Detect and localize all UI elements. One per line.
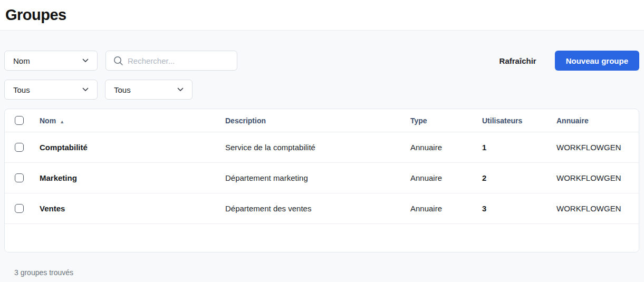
table-empty-footer [5, 224, 639, 252]
header-checkbox-cell [5, 116, 40, 125]
group-directory: WORKFLOWGEN [556, 204, 639, 213]
row-checkbox-cell [5, 143, 40, 152]
toolbar-row-1: Nom Rafraîchir Nouveau groupe [4, 51, 639, 71]
group-type: Annuaire [410, 173, 482, 182]
table-row[interactable]: Comptabilité Service de la comptabilité … [5, 132, 639, 163]
column-header-nom[interactable]: Nom▲ [40, 116, 225, 125]
group-users-count: 2 [482, 173, 556, 182]
main-content: Nom Rafraîchir Nouveau groupe Tous Tous … [0, 31, 644, 282]
new-group-button[interactable]: Nouveau groupe [555, 51, 639, 71]
group-name[interactable]: Comptabilité [40, 143, 225, 152]
directory-filter-select[interactable]: Tous [105, 80, 193, 100]
directory-filter-value: Tous [114, 85, 131, 94]
group-type: Annuaire [410, 143, 482, 152]
page-header: Groupes [0, 0, 644, 31]
group-description: Département des ventes [225, 204, 410, 213]
row-checkbox-cell [5, 204, 40, 213]
table-row[interactable]: Marketing Département marketing Annuaire… [5, 163, 639, 193]
column-header-type[interactable]: Type [410, 116, 482, 125]
type-filter-value: Tous [13, 85, 30, 94]
toolbar-row-2: Tous Tous [4, 80, 639, 100]
column-header-utilisateurs[interactable]: Utilisateurs [482, 116, 556, 125]
table-header-row: Nom▲ Description Type Utilisateurs Annua… [5, 109, 639, 132]
group-users-count: 1 [482, 143, 556, 152]
group-type: Annuaire [410, 204, 482, 213]
column-header-nom-label: Nom [40, 116, 56, 125]
group-description: Département marketing [225, 173, 410, 182]
chevron-down-icon [82, 59, 89, 63]
row-checkbox[interactable] [15, 173, 24, 182]
row-checkbox[interactable] [15, 204, 24, 213]
group-directory: WORKFLOWGEN [556, 173, 639, 182]
refresh-button[interactable]: Rafraîchir [497, 52, 539, 70]
type-filter-select[interactable]: Tous [4, 80, 98, 100]
table-row[interactable]: Ventes Département des ventes Annuaire 3… [5, 193, 639, 224]
select-all-checkbox[interactable] [15, 116, 24, 125]
search-icon [113, 56, 123, 66]
search-input[interactable] [128, 56, 233, 65]
chevron-down-icon [177, 87, 184, 92]
column-header-annuaire[interactable]: Annuaire [556, 116, 639, 125]
group-users-count: 3 [482, 204, 556, 213]
results-count: 3 groupes trouvés [14, 268, 639, 277]
row-checkbox[interactable] [15, 143, 24, 152]
chevron-down-icon [82, 87, 89, 92]
column-header-description[interactable]: Description [225, 116, 410, 125]
sort-ascending-icon: ▲ [60, 119, 64, 124]
search-field-select[interactable]: Nom [4, 51, 98, 71]
groups-table: Nom▲ Description Type Utilisateurs Annua… [4, 109, 639, 252]
row-checkbox-cell [5, 173, 40, 182]
group-name[interactable]: Marketing [40, 173, 225, 182]
page-title: Groupes [5, 6, 66, 24]
group-description: Service de la comptabilité [225, 143, 410, 152]
search-field-select-value: Nom [13, 56, 30, 65]
group-directory: WORKFLOWGEN [556, 143, 639, 152]
group-name[interactable]: Ventes [40, 204, 225, 213]
search-box [105, 51, 237, 71]
